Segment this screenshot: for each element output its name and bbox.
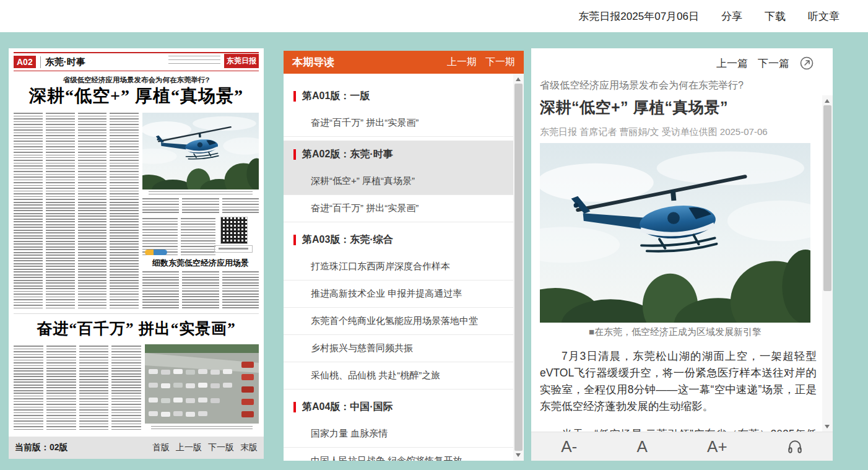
section-marker <box>293 235 296 245</box>
toc-item[interactable]: 奋进“百千万” 拼出“实景画” <box>284 110 513 137</box>
next-page-link[interactable]: 下一版 <box>208 442 234 453</box>
paper-photo1-caption <box>149 191 253 194</box>
article-byline: 东莞日报 首席记者 曹丽娟/文 受访单位供图 2025-07-06 <box>540 126 817 138</box>
toc-item[interactable]: 东莞首个纯商业化氢能应用场景落地中堂 <box>284 308 513 335</box>
newspaper-page-panel[interactable]: A02 东莞·时事 东莞日报 省级低空经济应用场景发布会为何在东莞举行? 深耕“… <box>9 48 264 437</box>
toc-item[interactable]: 奋进“百千万” 拼出“实景画” <box>284 195 513 222</box>
toc-section-label: 第A02版：东莞·时事 <box>302 148 393 161</box>
toc-section-a01[interactable]: 第A01版：一版 <box>284 82 513 110</box>
paper-body-text <box>142 198 259 214</box>
article-paragraph-1: 7月3日清晨，东莞松山湖的湖面上空，一架超轻型eVTOL飞行器缓缓升空，将一份紧… <box>540 348 817 415</box>
toc-header: 本期导读 上一期 下一期 <box>284 51 524 74</box>
toc-list: 第A01版：一版 奋进“百千万” 拼出“实景画” 第A02版：东莞·时事 深耕“… <box>284 74 513 461</box>
toc-item[interactable]: 采仙桃、品仙桃 共赴“桃醉”之旅 <box>284 362 513 389</box>
paper-masthead: 东莞日报 <box>224 54 259 68</box>
prev-page-link[interactable]: 上一版 <box>176 442 202 453</box>
article-scrollbar[interactable] <box>822 95 833 432</box>
article-kicker: 省级低空经济应用场景发布会为何在东莞举行? <box>540 79 817 92</box>
scroll-down-arrow-icon[interactable] <box>825 425 830 429</box>
section-marker <box>293 149 296 160</box>
paper-section-title: 东莞·时事 <box>40 56 85 68</box>
paper-body-text-columns <box>14 346 141 430</box>
current-page-label: 当前版：02版 <box>15 442 68 453</box>
section-marker <box>293 91 296 102</box>
toc-item[interactable]: 国家力量 血脉亲情 <box>284 420 513 448</box>
share-link[interactable]: 分享 <box>721 9 742 24</box>
paper-article2-headline[interactable]: 奋进“百千万” 拼出“实景画” <box>9 318 264 339</box>
paper-subheadline[interactable]: 细数东莞低空经济应用场景 <box>142 258 259 269</box>
paper-page-header: A02 东莞·时事 <box>14 55 85 69</box>
toc-item[interactable]: 打造珠江口东西两岸深度合作样本 <box>284 253 513 281</box>
prev-issue-link[interactable]: 上一期 <box>447 56 477 69</box>
prev-article-link[interactable]: 上一篇 <box>716 56 748 71</box>
toc-section-a04[interactable]: 第A04版：中国·国际 <box>284 393 513 420</box>
scroll-up-arrow-icon[interactable] <box>516 77 521 81</box>
paper-photo2-caption <box>151 426 253 429</box>
article-title: 深耕“低空+” 厚植“真场景” <box>540 97 817 118</box>
article-content: 省级低空经济应用场景发布会为何在东莞举行? 深耕“低空+” 厚植“真场景” 东莞… <box>540 76 817 432</box>
scroll-up-arrow-icon[interactable] <box>825 99 830 103</box>
paper-qr-code <box>220 217 248 244</box>
open-external-icon[interactable] <box>799 56 814 71</box>
toc-body: 第A01版：一版 奋进“百千万” 拼出“实景画” 第A02版：东莞·时事 深耕“… <box>284 74 524 461</box>
toc-section-a02[interactable]: 第A02版：东莞·时事 <box>284 141 513 168</box>
toc-panel: 本期导读 上一期 下一期 第A01版：一版 奋进“百千万” 拼出“实景画” 第A… <box>284 51 524 461</box>
toc-scrollbar[interactable] <box>513 74 524 461</box>
paper-article1-kicker: 省级低空经济应用场景发布会为何在东莞举行? <box>9 76 264 85</box>
listen-article-link[interactable]: 听文章 <box>808 9 840 24</box>
headphones-icon[interactable] <box>787 438 803 455</box>
first-page-link[interactable]: 首版 <box>152 442 170 453</box>
next-article-link[interactable]: 下一篇 <box>758 56 789 71</box>
article-scrollbar-thumb[interactable] <box>823 105 831 291</box>
toc-item[interactable]: 乡村振兴与慈善同频共振 <box>284 335 513 362</box>
paper-body-text <box>142 271 259 308</box>
paper-rule-top <box>14 52 259 53</box>
brand-date-label: 东莞日报2025年07月06日 <box>578 9 699 24</box>
last-page-link[interactable]: 末版 <box>240 442 258 453</box>
top-bar: 东莞日报2025年07月06日 分享 下载 听文章 <box>0 0 868 32</box>
toc-section-label: 第A03版：东莞·综合 <box>302 233 393 246</box>
font-default-button[interactable]: A <box>636 438 647 455</box>
paper-header-meta: 东莞日报 <box>168 54 259 68</box>
toc-item[interactable]: 推进高新技术企业 申报并提高通过率 <box>284 281 513 308</box>
article-photo-caption: ■在东莞，低空经济正成为区域发展新引擎 <box>540 326 810 338</box>
paper-article1-headline[interactable]: 深耕“低空+” 厚植“真场景” <box>9 84 264 108</box>
page-pager-bar: 当前版：02版 首版 上一版 下一版 末版 <box>9 437 264 459</box>
toc-section-label: 第A01版：一版 <box>302 90 370 103</box>
toc-item-active[interactable]: 深耕“低空+” 厚植“真场景” <box>284 168 513 195</box>
paper-qr-caption <box>214 245 253 253</box>
toc-scrollbar-thumb[interactable] <box>514 84 523 451</box>
paper-parking-photo <box>145 344 259 424</box>
next-issue-link[interactable]: 下一期 <box>485 56 515 69</box>
paper-reading-logo-icon <box>145 250 167 255</box>
article-nav: 上一篇 下一篇 <box>716 56 814 71</box>
article-helicopter-photo <box>540 143 810 323</box>
scroll-down-arrow-icon[interactable] <box>516 453 521 457</box>
paper-article-divider <box>14 313 259 314</box>
download-link[interactable]: 下载 <box>765 9 786 24</box>
font-decrease-button[interactable]: A- <box>561 438 577 455</box>
paper-page-tag: A02 <box>14 56 36 68</box>
toc-section-a03[interactable]: 第A03版：东莞·综合 <box>284 226 513 253</box>
paper-rule-bottom <box>14 71 259 71</box>
toc-title: 本期导读 <box>292 55 334 69</box>
paper-helicopter-photo <box>142 113 259 189</box>
toc-section-label: 第A04版：中国·国际 <box>302 401 393 414</box>
paper-body-text-columns <box>14 113 139 310</box>
font-increase-button[interactable]: A+ <box>707 438 727 455</box>
article-panel: 上一篇 下一篇 省级低空经济应用场景发布会为何在东莞举行? 深耕“低空+” 厚植… <box>531 48 833 461</box>
toc-item[interactable]: 中国人民抗日战争 纪念馆将恢复开放 <box>284 448 513 461</box>
paper-meta-text <box>168 56 220 67</box>
article-toolbar: A- A A+ <box>531 432 833 461</box>
section-marker <box>293 402 296 412</box>
